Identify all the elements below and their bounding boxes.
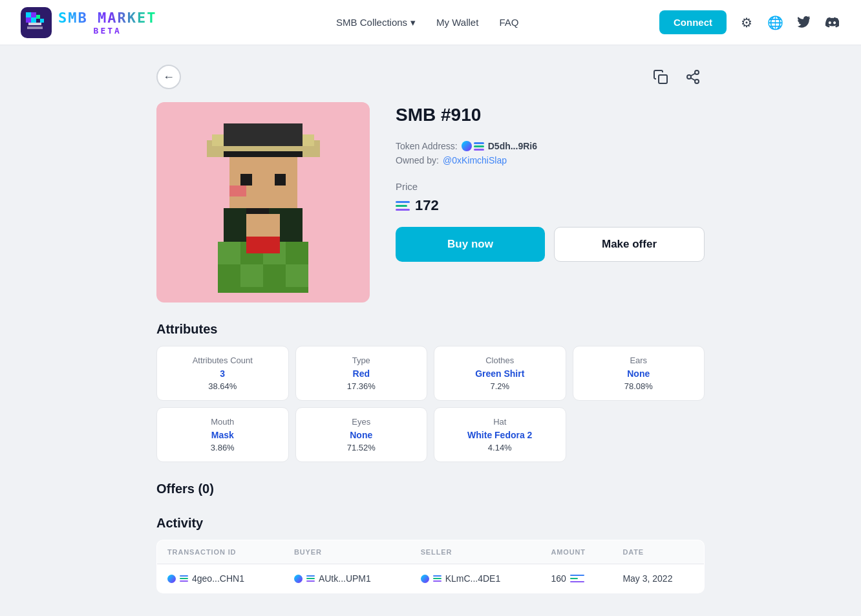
action-buttons: Buy now Make offer bbox=[396, 227, 705, 262]
table-column-header: BUYER bbox=[284, 540, 410, 564]
svg-rect-32 bbox=[224, 151, 303, 157]
attribute-card: Type Red 17.36% bbox=[295, 346, 428, 401]
chevron-down-icon: ▾ bbox=[410, 17, 416, 28]
svg-point-11 bbox=[687, 75, 691, 79]
price-number: 172 bbox=[415, 197, 439, 214]
attributes-title: Attributes bbox=[156, 322, 705, 337]
top-bar: ← bbox=[156, 65, 705, 89]
attribute-card: Clothes Green Shirt 7.2% bbox=[434, 346, 566, 401]
offers-section: Offers (0) bbox=[156, 482, 705, 496]
attributes-section: Attributes Attributes Count 3 38.64% Typ… bbox=[156, 322, 705, 462]
seller-stripe-icon bbox=[433, 575, 441, 583]
sol-amount-icon bbox=[570, 573, 580, 584]
attribute-card: Ears None 78.08% bbox=[573, 346, 705, 401]
svg-rect-3 bbox=[26, 17, 31, 23]
owned-by-label: Owned by: bbox=[396, 155, 439, 165]
logo-icon bbox=[21, 7, 52, 38]
owner-row: Owned by: @0xKimchiSlap bbox=[396, 155, 705, 165]
tx-stripe-icon bbox=[180, 575, 188, 583]
svg-rect-7 bbox=[28, 23, 41, 25]
activity-table: TRANSACTION IDBUYERSELLERAMOUNTDATE 4geo… bbox=[156, 540, 705, 593]
table-row: 4geo...CHN1 AUtk...UPM1 KLmC...4DE1 160 bbox=[157, 564, 705, 593]
copy-icon[interactable] bbox=[649, 65, 672, 89]
amount-cell: 160 bbox=[540, 564, 612, 593]
make-offer-button[interactable]: Make offer bbox=[554, 227, 705, 262]
owner-link[interactable]: @0xKimchiSlap bbox=[443, 155, 507, 165]
circle-token-icon bbox=[462, 141, 472, 151]
nav-collections[interactable]: SMB Collections ▾ bbox=[336, 17, 416, 28]
globe-icon[interactable]: 🌐 bbox=[767, 14, 783, 31]
content-row: SMB #910 Token Address: D5dh...9Ri6 Owne… bbox=[156, 102, 705, 303]
table-column-header: AMOUNT bbox=[540, 540, 612, 564]
activity-table-body: 4geo...CHN1 AUtk...UPM1 KLmC...4DE1 160 bbox=[157, 564, 705, 593]
buyer-stripe-icon bbox=[306, 575, 315, 583]
attributes-grid: Attributes Count 3 38.64% Type Red 17.36… bbox=[156, 346, 705, 462]
seller-cell: KLmC...4DE1 bbox=[410, 564, 541, 593]
attr-name: Ears bbox=[581, 356, 697, 365]
svg-rect-26 bbox=[218, 242, 240, 264]
logo-text-block: SMB MARKET BETA bbox=[58, 10, 156, 36]
attr-pct: 71.52% bbox=[304, 443, 420, 452]
attr-value: Mask bbox=[165, 430, 281, 440]
svg-rect-8 bbox=[27, 27, 43, 29]
token-address-label: Token Address: bbox=[396, 141, 458, 151]
token-address-row: Token Address: D5dh...9Ri6 bbox=[396, 141, 705, 151]
table-column-header: SELLER bbox=[410, 540, 541, 564]
attr-name: Type bbox=[304, 356, 420, 365]
attr-name: Mouth bbox=[165, 417, 281, 427]
offers-title: Offers (0) bbox=[156, 482, 705, 496]
svg-rect-6 bbox=[40, 19, 44, 23]
logo-title: SMB MARKET bbox=[58, 10, 156, 26]
tx-circle-icon bbox=[167, 575, 176, 583]
attr-pct: 3.86% bbox=[165, 443, 281, 452]
nav-faq[interactable]: FAQ bbox=[499, 17, 518, 28]
connect-button[interactable]: Connect bbox=[659, 10, 727, 34]
gear-icon[interactable]: ⚙ bbox=[738, 14, 755, 31]
attr-pct: 4.14% bbox=[442, 443, 558, 452]
logo-area[interactable]: SMB MARKET BETA bbox=[21, 7, 156, 38]
table-column-header: TRANSACTION ID bbox=[157, 540, 284, 564]
attr-pct: 38.64% bbox=[165, 381, 281, 391]
attribute-card: Attributes Count 3 38.64% bbox=[156, 346, 289, 401]
main-nav: SMB Collections ▾ My Wallet FAQ bbox=[195, 17, 659, 28]
price-section: Price 172 bbox=[396, 181, 705, 214]
svg-line-13 bbox=[691, 78, 696, 81]
svg-rect-5 bbox=[36, 15, 40, 19]
price-label: Price bbox=[396, 181, 705, 192]
nft-pixel-art bbox=[173, 112, 354, 293]
svg-rect-30 bbox=[246, 237, 281, 253]
transaction-id-cell: 4geo...CHN1 bbox=[157, 564, 284, 593]
sol-price-icon bbox=[396, 198, 410, 213]
attr-pct: 7.2% bbox=[442, 381, 558, 391]
attr-value: None bbox=[304, 430, 420, 440]
back-button[interactable]: ← bbox=[156, 65, 181, 89]
nav-wallet[interactable]: My Wallet bbox=[436, 17, 478, 28]
share-icon[interactable] bbox=[681, 65, 705, 89]
svg-point-12 bbox=[695, 80, 699, 83]
attr-pct: 17.36% bbox=[304, 381, 420, 391]
svg-rect-1 bbox=[26, 12, 31, 17]
twitter-icon[interactable] bbox=[795, 14, 812, 31]
buyer-cell: AUtk...UPM1 bbox=[284, 564, 410, 593]
activity-title: Activity bbox=[156, 516, 705, 531]
discord-icon[interactable] bbox=[824, 14, 840, 31]
table-column-header: DATE bbox=[612, 540, 704, 564]
token-address-value: D5dh...9Ri6 bbox=[488, 141, 537, 151]
attr-name: Attributes Count bbox=[165, 356, 281, 365]
svg-rect-31 bbox=[246, 214, 281, 237]
header-right: Connect ⚙ 🌐 bbox=[659, 10, 840, 34]
svg-point-10 bbox=[695, 70, 699, 74]
svg-rect-9 bbox=[659, 75, 667, 83]
buyer-circle-icon bbox=[294, 575, 303, 583]
activity-table-header: TRANSACTION IDBUYERSELLERAMOUNTDATE bbox=[157, 540, 705, 564]
svg-rect-18 bbox=[224, 123, 303, 146]
activity-section: Activity TRANSACTION IDBUYERSELLERAMOUNT… bbox=[156, 516, 705, 593]
svg-rect-21 bbox=[240, 174, 252, 186]
seller-circle-icon bbox=[421, 575, 429, 583]
svg-line-14 bbox=[691, 74, 696, 76]
svg-rect-20 bbox=[229, 186, 246, 197]
svg-rect-22 bbox=[275, 174, 286, 186]
stripe-token-icon bbox=[474, 141, 484, 151]
top-right-icons bbox=[649, 65, 705, 89]
buy-now-button[interactable]: Buy now bbox=[396, 227, 545, 262]
